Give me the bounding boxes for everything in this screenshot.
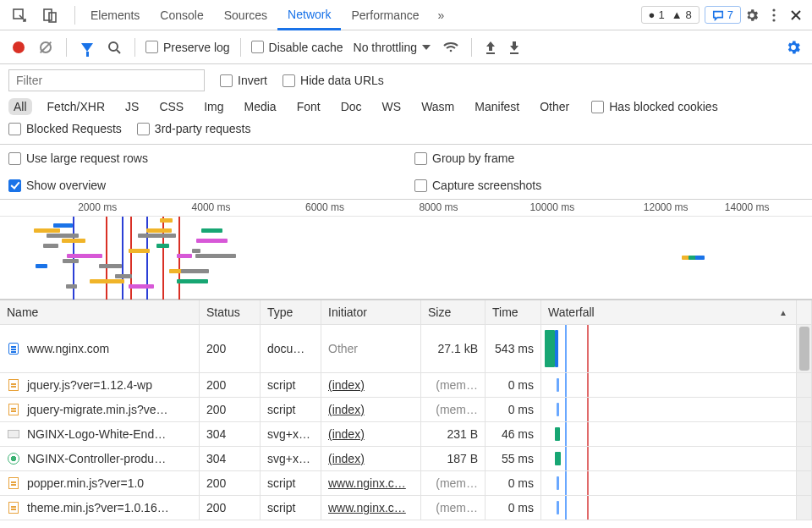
request-time: 0 ms [486,398,541,422]
filter-toggle-icon[interactable] [77,37,97,58]
scrollbar [797,496,812,520]
tab-elements[interactable]: Elements [80,0,150,30]
request-size: (mem… [421,398,486,422]
download-har-icon[interactable] [506,40,523,55]
tab-performance[interactable]: Performance [341,0,429,30]
overview-timeline[interactable]: 2000 ms4000 ms6000 ms8000 ms10000 ms1200… [0,200,812,300]
request-initiator[interactable]: (index) [321,422,421,447]
request-name[interactable]: popper.min.js?ver=1.0 [0,471,200,496]
request-size: (mem… [421,373,486,398]
request-type: docu… [261,325,321,373]
col-time[interactable]: Time [486,300,541,325]
request-type: script [261,373,321,398]
third-party-checkbox[interactable]: 3rd-party requests [137,122,251,135]
request-status: 200 [200,373,261,398]
col-type[interactable]: Type [261,300,321,325]
search-icon[interactable] [104,37,124,58]
request-time: 55 ms [486,447,541,471]
large-rows-checkbox[interactable]: Use large request rows [8,151,148,165]
filter-type-doc[interactable]: Doc [336,98,367,115]
tab-console[interactable]: Console [150,0,213,30]
filter-type-css[interactable]: CSS [154,98,189,115]
col-name[interactable]: Name [0,300,200,325]
tab-network[interactable]: Network [277,0,341,30]
upload-har-icon[interactable] [482,40,499,55]
tab-sources[interactable]: Sources [214,0,277,30]
device-toggle-icon[interactable] [39,8,61,23]
request-initiator[interactable]: (index) [321,373,421,398]
request-time: 46 ms [486,422,541,447]
filter-type-ws[interactable]: WS [377,98,407,115]
request-waterfall [541,496,797,520]
filter-type-font[interactable]: Font [292,98,326,115]
network-toolbar: Preserve log Disable cache No throttling [0,30,812,64]
timeline-tick: 8000 ms [419,201,458,213]
has-blocked-cookies-checkbox[interactable]: Has blocked cookies [591,100,717,113]
filter-bar: Filter Invert Hide data URLs AllFetch/XH… [0,64,812,145]
clear-button[interactable] [36,37,56,58]
col-size[interactable]: Size [421,300,486,325]
col-status[interactable]: Status [200,300,261,325]
request-name[interactable]: NGINX-Controller-produ… [0,447,200,471]
filter-type-img[interactable]: Img [199,98,228,115]
messages-counter[interactable]: 7 [705,6,741,24]
disable-cache-checkbox[interactable]: Disable cache [251,41,343,54]
filter-type-manifest[interactable]: Manifest [469,98,524,115]
invert-checkbox[interactable]: Invert [220,74,267,87]
request-status: 200 [200,325,261,373]
scrollbar [797,471,812,496]
filter-type-js[interactable]: JS [120,98,144,115]
issues-counter[interactable]: ●1 ▲8 [641,6,700,24]
timeline-tick: 12000 ms [644,201,689,213]
group-by-frame-checkbox[interactable]: Group by frame [414,151,514,165]
preserve-log-checkbox[interactable]: Preserve log [145,41,230,54]
filter-type-media[interactable]: Media [239,98,282,115]
svg-rect-9 [510,52,518,54]
request-time: 543 ms [486,325,541,373]
scrollbar [797,373,812,398]
network-settings-icon[interactable] [783,37,804,58]
timeline-tick: 14000 ms [725,201,770,213]
inspect-icon[interactable] [8,8,30,23]
request-name[interactable]: www.nginx.com [0,325,200,373]
filter-type-all[interactable]: All [8,98,32,115]
network-conditions-icon[interactable] [441,37,461,58]
kebab-menu-icon[interactable] [763,8,785,23]
col-waterfall[interactable]: Waterfall [541,300,797,325]
request-status: 304 [200,447,261,471]
request-name[interactable]: NGINX-Logo-White-End… [0,422,200,447]
throttling-dropdown[interactable]: No throttling [350,41,434,54]
settings-icon[interactable] [741,8,763,23]
capture-screenshots-checkbox[interactable]: Capture screenshots [414,179,541,192]
scrollbar [797,398,812,422]
col-initiator[interactable]: Initiator [321,300,421,325]
request-initiator[interactable]: www.nginx.c… [321,471,421,496]
svg-point-4 [772,14,775,16]
blocked-requests-checkbox[interactable]: Blocked Requests [8,122,122,135]
filter-type-wasm[interactable]: Wasm [416,98,459,115]
timeline-tick: 10000 ms [529,201,574,213]
file-icon [7,452,20,465]
request-name[interactable]: theme.min.js?ver=1.0.16… [0,496,200,520]
request-waterfall [541,447,797,471]
request-initiator[interactable]: www.nginx.c… [321,496,421,520]
record-button[interactable] [8,37,29,58]
request-status: 200 [200,471,261,496]
filter-type-fetchxhr[interactable]: Fetch/XHR [42,98,110,115]
request-name[interactable]: jquery-migrate.min.js?ve… [0,398,200,422]
filter-input[interactable]: Filter [8,69,205,91]
hide-data-urls-checkbox[interactable]: Hide data URLs [283,74,384,87]
show-overview-checkbox[interactable]: Show overview [8,179,106,192]
request-time: 0 ms [486,471,541,496]
more-tabs-icon[interactable]: » [430,8,453,22]
request-status: 200 [200,496,261,520]
request-name[interactable]: jquery.js?ver=1.12.4-wp [0,373,200,398]
close-icon[interactable] [785,9,807,21]
scrollbar[interactable] [797,325,812,373]
request-initiator[interactable]: (index) [321,447,421,471]
filter-type-other[interactable]: Other [535,98,574,115]
request-initiator[interactable]: (index) [321,398,421,422]
request-time: 0 ms [486,373,541,398]
request-waterfall [541,471,797,496]
request-table: NameStatusTypeInitiatorSizeTimeWaterfall… [0,300,812,520]
